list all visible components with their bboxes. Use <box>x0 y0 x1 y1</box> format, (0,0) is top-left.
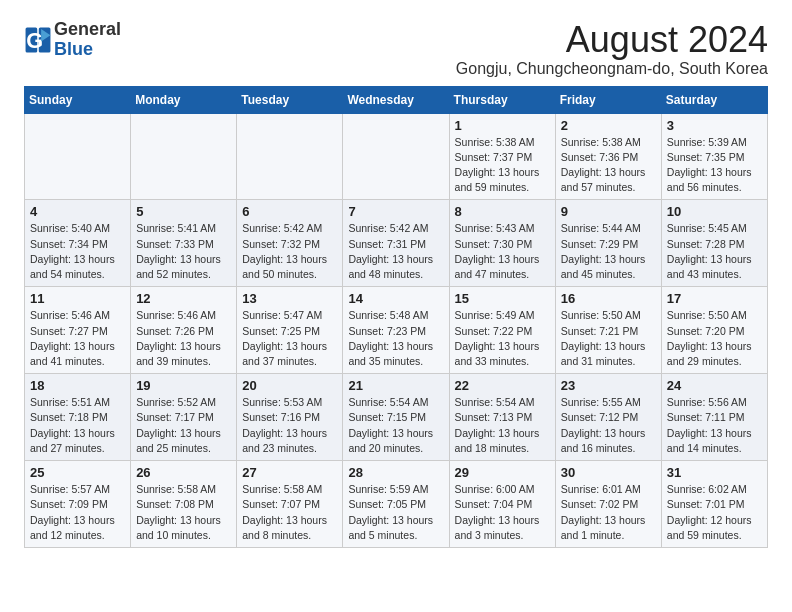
day-number: 3 <box>667 118 762 133</box>
day-info: Sunrise: 5:38 AMSunset: 7:37 PMDaylight:… <box>455 135 550 196</box>
calendar-cell <box>343 113 449 200</box>
day-number: 15 <box>455 291 550 306</box>
calendar-week-row: 25Sunrise: 5:57 AMSunset: 7:09 PMDayligh… <box>25 461 768 548</box>
day-info: Sunrise: 5:58 AMSunset: 7:08 PMDaylight:… <box>136 482 231 543</box>
day-info: Sunrise: 5:53 AMSunset: 7:16 PMDaylight:… <box>242 395 337 456</box>
day-number: 14 <box>348 291 443 306</box>
day-number: 12 <box>136 291 231 306</box>
calendar-table: SundayMondayTuesdayWednesdayThursdayFrid… <box>24 86 768 548</box>
calendar-cell: 9Sunrise: 5:44 AMSunset: 7:29 PMDaylight… <box>555 200 661 287</box>
weekday-header: Wednesday <box>343 86 449 113</box>
logo-text-blue: Blue <box>54 40 121 60</box>
day-info: Sunrise: 6:02 AMSunset: 7:01 PMDaylight:… <box>667 482 762 543</box>
day-number: 19 <box>136 378 231 393</box>
day-number: 20 <box>242 378 337 393</box>
location-title: Gongju, Chungcheongnam-do, South Korea <box>456 60 768 78</box>
calendar-cell: 28Sunrise: 5:59 AMSunset: 7:05 PMDayligh… <box>343 461 449 548</box>
calendar-week-row: 11Sunrise: 5:46 AMSunset: 7:27 PMDayligh… <box>25 287 768 374</box>
day-info: Sunrise: 5:52 AMSunset: 7:17 PMDaylight:… <box>136 395 231 456</box>
day-number: 30 <box>561 465 656 480</box>
day-number: 21 <box>348 378 443 393</box>
calendar-week-row: 4Sunrise: 5:40 AMSunset: 7:34 PMDaylight… <box>25 200 768 287</box>
day-info: Sunrise: 5:38 AMSunset: 7:36 PMDaylight:… <box>561 135 656 196</box>
day-info: Sunrise: 5:56 AMSunset: 7:11 PMDaylight:… <box>667 395 762 456</box>
day-number: 11 <box>30 291 125 306</box>
weekday-header: Monday <box>131 86 237 113</box>
calendar-cell: 27Sunrise: 5:58 AMSunset: 7:07 PMDayligh… <box>237 461 343 548</box>
day-number: 10 <box>667 204 762 219</box>
day-number: 28 <box>348 465 443 480</box>
day-number: 16 <box>561 291 656 306</box>
svg-text:G: G <box>26 28 43 53</box>
page-header: G General Blue August 2024 Gongju, Chung… <box>24 20 768 78</box>
day-number: 22 <box>455 378 550 393</box>
day-info: Sunrise: 5:51 AMSunset: 7:18 PMDaylight:… <box>30 395 125 456</box>
calendar-cell: 10Sunrise: 5:45 AMSunset: 7:28 PMDayligh… <box>661 200 767 287</box>
calendar-cell: 20Sunrise: 5:53 AMSunset: 7:16 PMDayligh… <box>237 374 343 461</box>
day-number: 25 <box>30 465 125 480</box>
day-info: Sunrise: 5:54 AMSunset: 7:13 PMDaylight:… <box>455 395 550 456</box>
day-info: Sunrise: 6:00 AMSunset: 7:04 PMDaylight:… <box>455 482 550 543</box>
day-info: Sunrise: 5:46 AMSunset: 7:26 PMDaylight:… <box>136 308 231 369</box>
calendar-title-block: August 2024 Gongju, Chungcheongnam-do, S… <box>456 20 768 78</box>
weekday-header: Tuesday <box>237 86 343 113</box>
day-info: Sunrise: 5:45 AMSunset: 7:28 PMDaylight:… <box>667 221 762 282</box>
calendar-cell: 29Sunrise: 6:00 AMSunset: 7:04 PMDayligh… <box>449 461 555 548</box>
calendar-cell: 5Sunrise: 5:41 AMSunset: 7:33 PMDaylight… <box>131 200 237 287</box>
day-number: 5 <box>136 204 231 219</box>
calendar-cell: 23Sunrise: 5:55 AMSunset: 7:12 PMDayligh… <box>555 374 661 461</box>
weekday-header: Sunday <box>25 86 131 113</box>
calendar-cell: 17Sunrise: 5:50 AMSunset: 7:20 PMDayligh… <box>661 287 767 374</box>
day-info: Sunrise: 5:46 AMSunset: 7:27 PMDaylight:… <box>30 308 125 369</box>
day-info: Sunrise: 5:41 AMSunset: 7:33 PMDaylight:… <box>136 221 231 282</box>
day-info: Sunrise: 5:50 AMSunset: 7:21 PMDaylight:… <box>561 308 656 369</box>
day-info: Sunrise: 5:43 AMSunset: 7:30 PMDaylight:… <box>455 221 550 282</box>
day-number: 1 <box>455 118 550 133</box>
calendar-cell: 22Sunrise: 5:54 AMSunset: 7:13 PMDayligh… <box>449 374 555 461</box>
logo-icon: G <box>24 26 52 54</box>
weekday-header: Saturday <box>661 86 767 113</box>
calendar-cell: 26Sunrise: 5:58 AMSunset: 7:08 PMDayligh… <box>131 461 237 548</box>
calendar-cell: 15Sunrise: 5:49 AMSunset: 7:22 PMDayligh… <box>449 287 555 374</box>
logo-text: General <box>54 20 121 40</box>
day-info: Sunrise: 5:42 AMSunset: 7:31 PMDaylight:… <box>348 221 443 282</box>
calendar-cell: 12Sunrise: 5:46 AMSunset: 7:26 PMDayligh… <box>131 287 237 374</box>
calendar-cell: 11Sunrise: 5:46 AMSunset: 7:27 PMDayligh… <box>25 287 131 374</box>
calendar-cell <box>25 113 131 200</box>
day-info: Sunrise: 5:50 AMSunset: 7:20 PMDaylight:… <box>667 308 762 369</box>
day-info: Sunrise: 5:59 AMSunset: 7:05 PMDaylight:… <box>348 482 443 543</box>
day-info: Sunrise: 5:44 AMSunset: 7:29 PMDaylight:… <box>561 221 656 282</box>
day-number: 4 <box>30 204 125 219</box>
calendar-cell: 18Sunrise: 5:51 AMSunset: 7:18 PMDayligh… <box>25 374 131 461</box>
day-number: 24 <box>667 378 762 393</box>
day-info: Sunrise: 5:48 AMSunset: 7:23 PMDaylight:… <box>348 308 443 369</box>
day-info: Sunrise: 5:39 AMSunset: 7:35 PMDaylight:… <box>667 135 762 196</box>
day-number: 26 <box>136 465 231 480</box>
day-number: 29 <box>455 465 550 480</box>
calendar-cell: 13Sunrise: 5:47 AMSunset: 7:25 PMDayligh… <box>237 287 343 374</box>
day-number: 8 <box>455 204 550 219</box>
day-number: 23 <box>561 378 656 393</box>
calendar-cell: 4Sunrise: 5:40 AMSunset: 7:34 PMDaylight… <box>25 200 131 287</box>
calendar-cell: 19Sunrise: 5:52 AMSunset: 7:17 PMDayligh… <box>131 374 237 461</box>
calendar-week-row: 1Sunrise: 5:38 AMSunset: 7:37 PMDaylight… <box>25 113 768 200</box>
day-info: Sunrise: 6:01 AMSunset: 7:02 PMDaylight:… <box>561 482 656 543</box>
day-info: Sunrise: 5:47 AMSunset: 7:25 PMDaylight:… <box>242 308 337 369</box>
day-number: 18 <box>30 378 125 393</box>
day-info: Sunrise: 5:42 AMSunset: 7:32 PMDaylight:… <box>242 221 337 282</box>
calendar-cell: 2Sunrise: 5:38 AMSunset: 7:36 PMDaylight… <box>555 113 661 200</box>
day-number: 17 <box>667 291 762 306</box>
calendar-cell: 30Sunrise: 6:01 AMSunset: 7:02 PMDayligh… <box>555 461 661 548</box>
calendar-cell: 16Sunrise: 5:50 AMSunset: 7:21 PMDayligh… <box>555 287 661 374</box>
weekday-header-row: SundayMondayTuesdayWednesdayThursdayFrid… <box>25 86 768 113</box>
day-number: 7 <box>348 204 443 219</box>
day-number: 6 <box>242 204 337 219</box>
calendar-cell: 25Sunrise: 5:57 AMSunset: 7:09 PMDayligh… <box>25 461 131 548</box>
weekday-header: Friday <box>555 86 661 113</box>
day-number: 13 <box>242 291 337 306</box>
day-number: 9 <box>561 204 656 219</box>
calendar-cell: 31Sunrise: 6:02 AMSunset: 7:01 PMDayligh… <box>661 461 767 548</box>
calendar-cell: 6Sunrise: 5:42 AMSunset: 7:32 PMDaylight… <box>237 200 343 287</box>
month-title: August 2024 <box>456 20 768 60</box>
calendar-cell: 8Sunrise: 5:43 AMSunset: 7:30 PMDaylight… <box>449 200 555 287</box>
